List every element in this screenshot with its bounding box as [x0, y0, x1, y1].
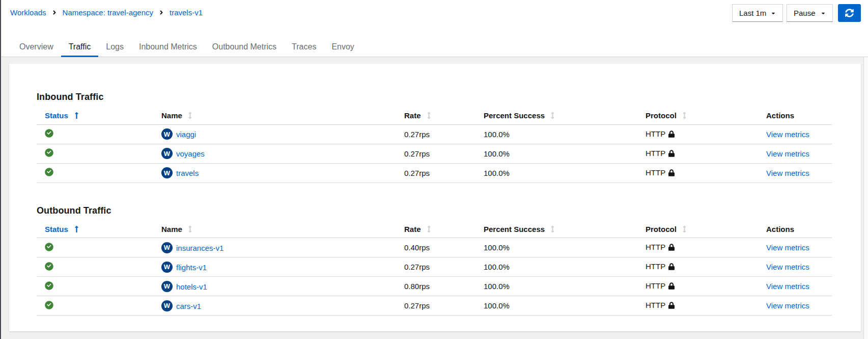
refresh-interval-dropdown[interactable]: Pause [787, 4, 833, 22]
workload-link[interactable]: cars-v1 [176, 301, 201, 310]
workload-link[interactable]: hotels-v1 [176, 282, 207, 291]
healthy-status-icon [45, 281, 53, 290]
healthy-status-icon [45, 243, 53, 251]
protocol-cell: HTTP [637, 257, 758, 277]
window-left-edge [0, 0, 1, 339]
table-row-voyages: Wvoyages0.27rps100.0%HTTPView metrics [37, 144, 832, 163]
workload-link[interactable]: travels [176, 169, 199, 177]
sort-asc-icon [74, 112, 79, 119]
page-header: WorkloadsNamespace: travel-agencytravels… [0, 0, 868, 57]
status-cell [37, 238, 153, 257]
rate-value: 0.27rps [404, 169, 430, 177]
angle-right-icon [52, 9, 57, 16]
name-cell: Wcars-v1 [153, 296, 396, 316]
percent-success-cell: 100.0% [475, 144, 637, 163]
column-header-percent-success[interactable]: Percent Success [475, 221, 637, 238]
breadcrumb-link-travels-v1[interactable]: travels-v1 [170, 8, 203, 17]
protocol-cell: HTTP [637, 144, 758, 163]
view-metrics-link[interactable]: View metrics [766, 149, 809, 158]
sort-arrows-icon [427, 112, 431, 119]
outbound-traffic-table: StatusNameRatePercent SuccessProtocolAct… [37, 221, 832, 316]
column-header-name[interactable]: Name [153, 107, 396, 124]
status-cell [37, 163, 153, 182]
duration-dropdown[interactable]: Last 1m [732, 4, 783, 22]
healthy-status-icon [45, 148, 53, 157]
status-cell [37, 257, 153, 277]
workload-badge: W [161, 300, 173, 311]
protocol-cell: HTTP [637, 277, 758, 296]
tab-bar: OverviewTrafficLogsInbound MetricsOutbou… [0, 37, 868, 57]
sort-arrows-icon [427, 225, 431, 233]
workload-link[interactable]: voyages [176, 149, 205, 158]
status-cell [37, 124, 153, 144]
workload-link[interactable]: insurances-v1 [176, 243, 223, 252]
tab-overview[interactable]: Overview [12, 37, 61, 57]
tab-inbound-metrics[interactable]: Inbound Metrics [131, 37, 205, 57]
protocol-value: HTTP [646, 262, 665, 271]
column-header-percent-success[interactable]: Percent Success [475, 107, 637, 124]
healthy-status-icon [45, 301, 53, 309]
workload-badge: W [161, 262, 173, 273]
name-cell: Wtravels [153, 163, 396, 182]
tab-envoy[interactable]: Envoy [324, 37, 361, 57]
sort-asc-icon [74, 225, 79, 233]
view-metrics-link[interactable]: View metrics [766, 243, 809, 252]
column-header-rate[interactable]: Rate [396, 221, 475, 238]
percent-success-cell: 100.0% [475, 238, 637, 257]
healthy-status-icon [45, 262, 53, 271]
lock-icon [668, 263, 675, 272]
tab-traces[interactable]: Traces [284, 37, 324, 57]
percent-success-value: 100.0% [484, 301, 510, 310]
view-metrics-link[interactable]: View metrics [766, 130, 809, 139]
protocol-value: HTTP [646, 243, 665, 251]
column-header-protocol[interactable]: Protocol [637, 107, 758, 124]
section-title: Outbound Traffic [37, 205, 832, 216]
column-header-status[interactable]: Status [37, 107, 153, 124]
protocol-cell: HTTP [637, 163, 758, 182]
actions-cell: View metrics [758, 124, 832, 144]
rate-cell: 0.80rps [396, 277, 475, 296]
refresh-button[interactable] [838, 4, 861, 22]
table-row-viaggi: Wviaggi0.27rps100.0%HTTPView metrics [37, 124, 832, 144]
percent-success-cell: 100.0% [475, 257, 637, 277]
name-cell: Winsurances-v1 [153, 238, 396, 257]
workload-link[interactable]: viaggi [176, 130, 196, 139]
sync-icon [845, 9, 854, 17]
view-metrics-link[interactable]: View metrics [766, 301, 809, 310]
traffic-card: Inbound TrafficStatusNameRatePercent Suc… [9, 64, 861, 331]
view-metrics-link[interactable]: View metrics [766, 282, 809, 291]
rate-cell: 0.27rps [396, 124, 475, 144]
name-cell: Wviaggi [153, 124, 396, 144]
protocol-value: HTTP [646, 301, 665, 309]
workload-badge: W [161, 281, 173, 292]
percent-success-cell: 100.0% [475, 124, 637, 144]
lock-icon [668, 150, 675, 159]
tab-outbound-metrics[interactable]: Outbound Metrics [205, 37, 284, 57]
scrollbar-track[interactable] [863, 57, 868, 339]
percent-success-cell: 100.0% [475, 277, 637, 296]
percent-success-cell: 100.0% [475, 296, 637, 316]
column-header-name[interactable]: Name [153, 221, 396, 238]
tab-traffic[interactable]: Traffic [61, 37, 99, 57]
workload-link[interactable]: flights-v1 [176, 263, 207, 271]
percent-success-cell: 100.0% [475, 163, 637, 182]
table-row-insurances-v1: Winsurances-v10.40rps100.0%HTTPView metr… [37, 238, 832, 257]
rate-value: 0.80rps [404, 282, 430, 291]
column-header-actions: Actions [758, 221, 832, 238]
column-header-rate[interactable]: Rate [396, 107, 475, 124]
rate-cell: 0.27rps [396, 144, 475, 163]
column-header-protocol[interactable]: Protocol [637, 221, 758, 238]
view-metrics-link[interactable]: View metrics [766, 169, 809, 177]
lock-icon [668, 244, 675, 252]
tab-logs[interactable]: Logs [98, 37, 131, 57]
table-row-hotels-v1: Whotels-v10.80rps100.0%HTTPView metrics [37, 277, 832, 296]
column-header-status[interactable]: Status [37, 221, 153, 238]
healthy-status-icon [45, 129, 53, 138]
inbound-traffic-table: StatusNameRatePercent SuccessProtocolAct… [37, 107, 832, 183]
breadcrumb-link-namespace-travel-agency[interactable]: Namespace: travel-agency [63, 8, 153, 17]
breadcrumb-link-workloads[interactable]: Workloads [10, 8, 46, 17]
lock-icon [668, 169, 675, 178]
table-header-row: StatusNameRatePercent SuccessProtocolAct… [37, 221, 832, 238]
view-metrics-link[interactable]: View metrics [766, 263, 809, 271]
percent-success-value: 100.0% [484, 169, 510, 177]
